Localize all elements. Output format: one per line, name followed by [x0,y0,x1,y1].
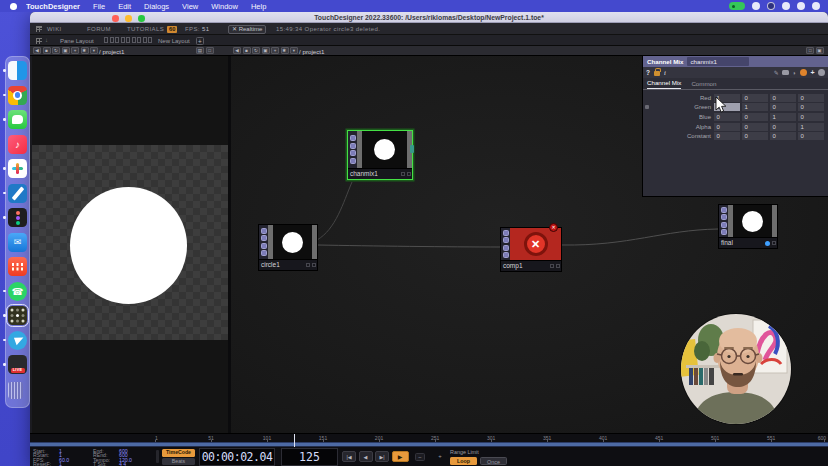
lock-icon[interactable] [654,71,660,76]
param-value-cell[interactable]: 0 [770,103,796,111]
node-flag[interactable] [550,264,554,268]
globe-icon[interactable] [800,69,807,76]
node-flag[interactable] [306,263,310,267]
loop-button[interactable]: Loop [450,457,477,465]
minus-button[interactable]: − [415,453,425,461]
wiki-link[interactable]: WIKI [47,26,62,32]
node-inputs[interactable] [719,205,728,237]
menu-dialogs[interactable]: Dialogs [144,2,169,11]
fps-target-badge[interactable]: 60 [167,26,177,33]
apple-menu-icon[interactable] [10,3,17,10]
param-value-cell[interactable]: 0 [742,113,768,121]
realtime-toggle[interactable]: ✕ Realtime [228,25,266,35]
param-value-cell[interactable]: 0 [742,123,768,131]
once-button[interactable]: Once [480,457,507,465]
pencil-icon[interactable]: ✎ [774,69,779,76]
tab-channel-mix[interactable]: Channel Mix [647,79,681,89]
dock-music-icon[interactable]: ♪ [8,135,27,154]
tutorials-link[interactable]: TUTORIALS [127,26,164,32]
play-button[interactable]: ▶ [392,451,409,462]
param-value-cell[interactable]: 1 [770,113,796,121]
layout-grid-icon[interactable] [36,38,42,44]
frame-display[interactable]: 125 [281,448,338,466]
timecode-display[interactable]: 00:00:02.04 [199,448,275,466]
menu-help[interactable]: Help [251,2,266,11]
op-menu-icon[interactable] [818,69,825,76]
dock-whatsapp-icon[interactable]: ☎ [8,282,27,301]
node-output[interactable] [410,145,414,153]
node-inputs[interactable] [501,228,510,260]
param-value-cell[interactable]: 0 [798,132,824,140]
field-value[interactable]: 1 [59,462,62,466]
node-chanmix1[interactable]: chanmix1 [347,130,413,180]
step-back-button[interactable]: ◀ [359,451,373,462]
save-layout-icon[interactable]: ↓ [45,37,48,43]
pane1-nav-buttons[interactable]: ◀■↻▣+✱▾ [33,47,100,54]
param-value-cell[interactable]: 0 [798,113,824,121]
node-flag[interactable] [401,172,405,176]
dock-chrome-icon[interactable] [8,86,27,105]
timeline-ruler[interactable]: 151101151201251301351401451501551600 [155,434,826,442]
tab-common[interactable]: Common [691,80,716,89]
node-flag[interactable] [556,264,560,268]
display-icon[interactable] [767,2,775,10]
dock-mail-icon[interactable]: ✉ [8,233,27,252]
menu-window[interactable]: Window [211,2,238,11]
param-value-cell[interactable]: 0 [714,123,740,131]
search-icon[interactable] [797,2,805,10]
comment-icon[interactable] [782,70,789,75]
battery-icon[interactable] [782,2,790,10]
dock-figma-icon[interactable] [8,208,27,227]
timeline-playhead[interactable] [294,434,296,447]
add-icon[interactable]: + [810,69,814,76]
language-icon[interactable]: ◗ [793,70,797,76]
node-inputs[interactable] [259,225,268,259]
node-flag[interactable] [407,172,411,176]
dock-messages-icon[interactable] [8,110,27,129]
param-value-cell[interactable]: 0 [742,94,768,102]
screen-recording-pill[interactable] [729,2,745,10]
param-value-cell[interactable]: 1 [798,123,824,131]
menu-touchdesigner[interactable]: TouchDesigner [26,2,80,11]
dock-finder-icon[interactable] [8,61,27,80]
jump-start-button[interactable]: |◀ [342,451,356,462]
pane2-path-field[interactable]: / project1 [299,48,324,55]
timecode-mode-button[interactable]: TimeCode [162,449,195,457]
dock-touchdesigner-icon[interactable] [8,306,27,325]
dock-calendar-icon[interactable] [8,257,27,276]
dock-slack-icon[interactable] [8,159,27,178]
field-value[interactable]: 4 4 [119,462,126,466]
keyboard-icon[interactable] [752,2,760,10]
layout-presets[interactable] [104,37,154,44]
info-icon[interactable]: i [664,69,666,76]
dock-trash-icon[interactable] [8,380,27,399]
param-value-cell[interactable]: 1 [742,103,768,111]
pane2-nav-buttons[interactable]: ◀■↻▣+✱▾ [233,47,300,54]
add-layout-button[interactable]: + [196,37,204,45]
dock-telegram-icon[interactable] [8,331,27,350]
node-flag[interactable] [772,241,776,245]
param-value-cell[interactable]: 0 [770,132,796,140]
node-flag[interactable] [312,263,316,267]
top-viewer-pane[interactable] [32,56,228,433]
forum-link[interactable]: FORUM [87,26,111,32]
param-value-cell[interactable]: 0 [714,113,740,121]
param-value-cell[interactable]: 0 [798,94,824,102]
node-comp1[interactable]: ✕ ✕ comp1 [500,227,562,272]
pane1-view-buttons[interactable]: ▤□ [196,47,215,54]
timeline-options-handle[interactable] [156,450,159,463]
node-inputs[interactable] [348,131,357,168]
node-final[interactable]: final [718,204,778,249]
dock-live-icon[interactable]: LIVE [8,355,27,374]
param-value-cell[interactable]: 0 [770,123,796,131]
grid-menu-icon[interactable] [36,26,42,32]
step-forward-button[interactable]: ▶| [375,451,389,462]
param-value-cell[interactable]: 0 [714,132,740,140]
pane1-path-field[interactable]: / project1 [99,48,124,55]
clock-icon[interactable] [812,2,820,10]
param-value-cell[interactable]: 0 [742,132,768,140]
plus-button[interactable]: + [435,453,445,461]
window-titlebar[interactable]: TouchDesigner 2022.33600: /Users/rikloma… [30,12,828,23]
display-flag[interactable] [765,241,770,246]
menu-view[interactable]: View [182,2,198,11]
